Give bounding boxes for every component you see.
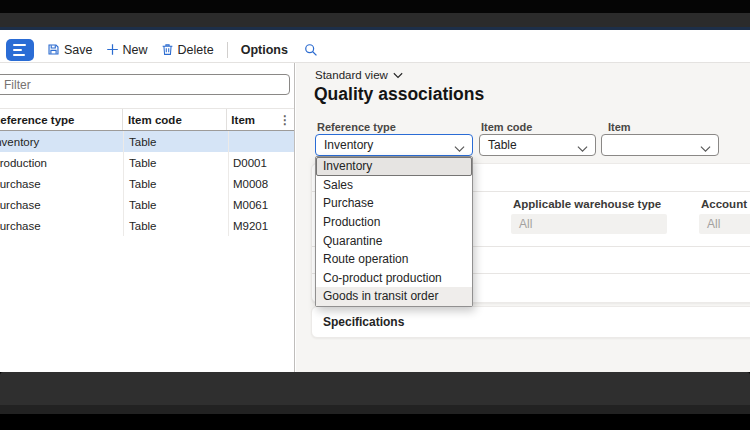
cell-reference-type: Production bbox=[0, 157, 123, 169]
dropdown-option[interactable]: Goods in transit order bbox=[316, 287, 472, 306]
new-label: New bbox=[123, 43, 148, 57]
dropdown-option[interactable]: Sales bbox=[316, 176, 472, 195]
table-row[interactable]: Purchase Table M0061 bbox=[0, 194, 295, 215]
cell-item: M0008 bbox=[228, 173, 281, 194]
toolbar-divider bbox=[227, 42, 228, 58]
applicable-warehouse-type-label: Applicable warehouse type bbox=[513, 198, 661, 210]
cell-item bbox=[228, 131, 281, 152]
chevron-down-icon bbox=[577, 142, 588, 156]
records-list-panel: Reference type Item code Item ⋮ Inventor… bbox=[0, 63, 295, 372]
dropdown-option[interactable]: Quarantine bbox=[316, 231, 472, 250]
table-row[interactable]: Purchase Table M9201 bbox=[0, 215, 295, 236]
reference-type-combobox[interactable]: Inventory bbox=[315, 134, 473, 156]
applicable-warehouse-type-field: All bbox=[511, 214, 667, 234]
details-panel: Standard view Quality associations Refer… bbox=[296, 63, 750, 372]
table-row[interactable]: Inventory Table bbox=[0, 131, 295, 152]
cell-item: M0061 bbox=[228, 194, 281, 215]
window-bottom-dark-band bbox=[0, 372, 750, 405]
plus-icon bbox=[106, 43, 119, 56]
cell-item-code: Table bbox=[123, 215, 228, 236]
item-code-value: Table bbox=[488, 138, 517, 152]
options-label: Options bbox=[241, 43, 288, 57]
cell-item: D0001 bbox=[228, 152, 281, 173]
column-header-item[interactable]: Item bbox=[226, 109, 279, 130]
dropdown-option[interactable]: Production bbox=[316, 213, 472, 232]
reference-type-label: Reference type bbox=[317, 121, 396, 133]
cell-reference-type: Purchase bbox=[0, 199, 123, 211]
reference-type-dropdown-list: Inventory Sales Purchase Production Quar… bbox=[315, 156, 473, 307]
table-row[interactable]: Production Table D0001 bbox=[0, 152, 295, 173]
dropdown-option[interactable]: Inventory bbox=[316, 157, 472, 176]
chevron-down-icon bbox=[393, 69, 403, 81]
delete-label: Delete bbox=[178, 43, 214, 57]
chevron-down-icon bbox=[454, 142, 465, 156]
column-header-item-code[interactable]: Item code bbox=[122, 109, 226, 130]
filter-input[interactable] bbox=[0, 74, 290, 95]
grid-header-row: Reference type Item code Item ⋮ bbox=[0, 108, 295, 131]
item-code-combobox[interactable]: Table bbox=[479, 134, 596, 156]
window-title-bar bbox=[0, 13, 750, 27]
view-selector-label: Standard view bbox=[315, 69, 388, 81]
save-label: Save bbox=[64, 43, 93, 57]
account-code-field: All bbox=[699, 214, 750, 234]
dropdown-option[interactable]: Co-product production bbox=[316, 269, 472, 288]
specifications-section-header[interactable]: Specifications bbox=[311, 306, 750, 338]
window-top-black-band bbox=[0, 0, 750, 13]
floppy-disk-icon bbox=[47, 43, 60, 56]
delete-button[interactable]: Delete bbox=[161, 43, 214, 57]
table-row[interactable]: Purchase Table M0008 bbox=[0, 173, 295, 194]
page-title: Quality associations bbox=[314, 84, 484, 105]
cell-reference-type: Purchase bbox=[0, 220, 123, 232]
cell-reference-type: Inventory bbox=[0, 136, 123, 148]
app-surface: Save New Delete Options bbox=[0, 30, 750, 372]
screenshot-root: Save New Delete Options bbox=[0, 0, 750, 430]
cell-item-code: Table bbox=[123, 194, 228, 215]
navigation-menu-button[interactable] bbox=[6, 39, 34, 61]
item-code-label: Item code bbox=[481, 121, 532, 133]
save-button[interactable]: Save bbox=[47, 43, 93, 57]
action-toolbar: Save New Delete Options bbox=[0, 30, 750, 63]
options-button[interactable]: Options bbox=[241, 43, 288, 57]
window-bottom-mid-band bbox=[0, 405, 750, 414]
window-bottom-black-band bbox=[0, 414, 750, 430]
chevron-down-icon bbox=[700, 142, 711, 156]
account-code-label: Account co bbox=[701, 198, 750, 210]
item-label: Item bbox=[608, 121, 631, 133]
reference-type-value: Inventory bbox=[324, 138, 373, 152]
cell-item-code: Table bbox=[123, 173, 228, 194]
trash-icon bbox=[161, 43, 174, 56]
new-button[interactable]: New bbox=[106, 43, 148, 57]
magnifier-icon bbox=[304, 43, 318, 57]
cell-item-code: Table bbox=[123, 152, 228, 173]
cell-item-code: Table bbox=[123, 131, 228, 152]
column-header-reference-type[interactable]: Reference type bbox=[0, 114, 122, 126]
cell-reference-type: Purchase bbox=[0, 178, 123, 190]
toolbar-search-button[interactable] bbox=[304, 43, 318, 57]
view-selector[interactable]: Standard view bbox=[315, 69, 403, 81]
vertical-ellipsis-icon[interactable]: ⋮ bbox=[279, 113, 295, 127]
cell-item: M9201 bbox=[228, 215, 281, 236]
dropdown-option[interactable]: Route operation bbox=[316, 250, 472, 269]
item-combobox[interactable] bbox=[601, 134, 719, 156]
dropdown-option[interactable]: Purchase bbox=[316, 194, 472, 213]
specifications-label: Specifications bbox=[323, 315, 404, 329]
records-grid: Reference type Item code Item ⋮ Inventor… bbox=[0, 108, 295, 236]
